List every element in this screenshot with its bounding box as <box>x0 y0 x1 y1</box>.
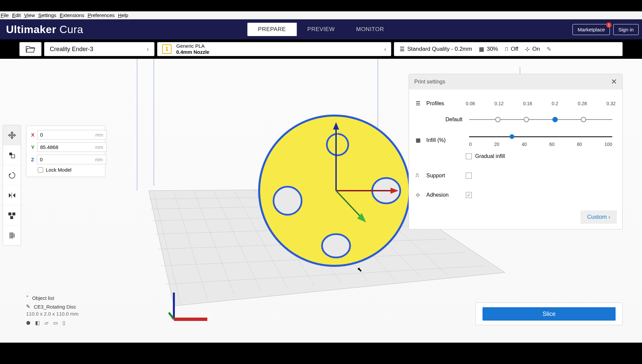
support-icon: ⎍ <box>505 46 508 52</box>
svg-point-24 <box>274 187 302 215</box>
move-x-input[interactable] <box>37 130 107 140</box>
move-y-input[interactable] <box>37 142 107 152</box>
infill-icon: ▦ <box>479 46 484 53</box>
top-bar: Ultimaker Cura PREPARE PREVIEW MONITOR M… <box>0 19 642 39</box>
quality-support: Off <box>511 46 518 52</box>
tab-monitor[interactable]: MONITOR <box>345 23 395 36</box>
svg-point-26 <box>322 234 350 257</box>
lock-model-label: Lock Model <box>46 167 72 173</box>
print-settings-panel: Print settings ✕ ☰Profiles 0.08 0.12 0.1… <box>409 74 623 229</box>
object-list-header: Object list <box>32 295 54 301</box>
profile-slider[interactable] <box>469 115 612 125</box>
view-front-icon[interactable]: ▭ <box>53 320 58 326</box>
axis-y-label: Y <box>31 144 34 150</box>
svg-rect-41 <box>10 216 13 219</box>
tool-column <box>3 125 21 246</box>
profile-tick-labels: 0.08 0.12 0.16 0.2 0.28 0.32 <box>466 101 616 106</box>
view-iso-icon[interactable]: ▯ <box>63 320 65 326</box>
quality-adhesion: On <box>532 46 540 52</box>
open-file-button[interactable] <box>19 42 41 56</box>
print-settings-title: Print settings <box>414 79 445 85</box>
main-area: Xmm Ymm Zmm Lock Model Print settings ✕ … <box>0 59 642 343</box>
axis-z-label: Z <box>31 157 34 162</box>
svg-rect-39 <box>8 212 11 215</box>
notification-badge: 1 <box>606 22 612 28</box>
svg-marker-38 <box>9 173 11 175</box>
tool-mirror[interactable] <box>3 185 21 205</box>
menu-view[interactable]: View <box>24 12 35 18</box>
marketplace-button[interactable]: Marketplace 1 <box>572 24 610 35</box>
move-panel: Xmm Ymm Zmm Lock Model <box>26 126 105 177</box>
folder-open-icon <box>26 45 35 53</box>
material-selector[interactable]: 1 Generic PLA 0.4mm Nozzle ‹ <box>157 42 391 56</box>
chevron-left-icon: ‹ <box>147 46 149 53</box>
signin-button[interactable]: Sign in <box>613 24 639 35</box>
support-checkbox[interactable] <box>466 173 472 179</box>
menu-extensions[interactable]: Extensions <box>60 12 84 18</box>
slice-button[interactable]: Slice <box>483 307 616 321</box>
support-label: Support <box>426 173 445 179</box>
infill-tick-labels: 0 20 40 60 80 100 <box>469 142 612 147</box>
nozzle-size: 0.4mm Nozzle <box>176 49 209 55</box>
edit-icon[interactable]: ✎ <box>26 304 30 310</box>
tool-scale[interactable] <box>3 145 21 165</box>
menu-settings[interactable]: Settings <box>38 12 56 18</box>
quality-summary-bar[interactable]: ☰Standard Quality - 0.2mm ▦30% ⎍Off ⊹On … <box>394 42 623 56</box>
profiles-icon: ☰ <box>416 100 422 107</box>
default-label: Default <box>445 117 462 123</box>
support-icon: ⎍ <box>416 172 422 179</box>
chevron-up-icon[interactable]: ˄ <box>26 295 29 301</box>
adhesion-label: Adhesion <box>426 192 449 198</box>
gradual-infill-label: Gradual infill <box>475 153 505 159</box>
tool-move[interactable] <box>3 125 21 145</box>
printer-selector[interactable]: Creality Ender-3 ‹ <box>44 42 154 56</box>
adhesion-icon: ⊹ <box>416 192 422 198</box>
object-dimensions: 110.0 x 2.0 x 110.0 mm <box>26 311 113 317</box>
infill-label: Infill (%) <box>426 137 446 143</box>
move-z-input[interactable] <box>37 155 106 164</box>
tool-rotate[interactable] <box>3 165 21 185</box>
tool-per-model[interactable] <box>3 205 21 225</box>
profiles-label: Profiles <box>426 101 444 107</box>
material-name: Generic PLA <box>176 43 209 49</box>
view-xray-icon[interactable]: ◧ <box>35 320 40 326</box>
menu-help[interactable]: Help <box>118 12 128 18</box>
view-layers-icon[interactable]: ▱ <box>44 320 48 326</box>
app-logo: Ultimaker Cura <box>6 23 83 36</box>
edit-icon[interactable]: ✎ <box>547 46 551 53</box>
custom-button[interactable]: Custom › <box>580 210 617 224</box>
view-solid-icon[interactable]: ⬢ <box>26 320 30 326</box>
adhesion-checkbox[interactable]: ✓ <box>466 192 472 198</box>
tool-support-blocker[interactable] <box>3 225 21 245</box>
quality-icon: ☰ <box>400 46 405 53</box>
settings-bar: Creality Ender-3 ‹ 1 Generic PLA 0.4mm N… <box>0 39 642 59</box>
infill-icon: ▦ <box>416 137 422 144</box>
tab-prepare[interactable]: PREPARE <box>247 23 297 36</box>
printer-name: Creality Ender-3 <box>50 46 93 53</box>
stage-tabs: PREPARE PREVIEW MONITOR <box>247 23 395 36</box>
menu-edit[interactable]: Edit <box>12 12 21 18</box>
object-list: ˄Object list ✎CE3_Rotating Disc 110.0 x … <box>26 295 113 326</box>
close-icon[interactable]: ✕ <box>611 77 617 86</box>
svg-rect-40 <box>12 212 15 215</box>
quality-infill: 30% <box>487 46 498 52</box>
object-name[interactable]: CE3_Rotating Disc <box>34 304 76 310</box>
gradual-infill-checkbox[interactable] <box>466 153 472 159</box>
infill-slider[interactable] <box>469 134 612 140</box>
menu-bar: File Edit View Settings Extensions Prefe… <box>0 11 642 19</box>
svg-rect-36 <box>9 153 12 155</box>
lock-model-checkbox[interactable] <box>38 167 43 173</box>
chevron-left-icon: ‹ <box>384 46 386 53</box>
axis-x-label: X <box>31 132 34 138</box>
adhesion-icon: ⊹ <box>525 46 530 53</box>
tab-preview[interactable]: PREVIEW <box>297 23 345 36</box>
menu-file[interactable]: File <box>1 12 9 18</box>
quality-profile: Standard Quality - 0.2mm <box>407 46 472 52</box>
slice-panel: Slice <box>475 303 623 325</box>
menu-preferences[interactable]: Preferences <box>88 12 115 18</box>
extruder-badge: 1 <box>162 44 172 54</box>
